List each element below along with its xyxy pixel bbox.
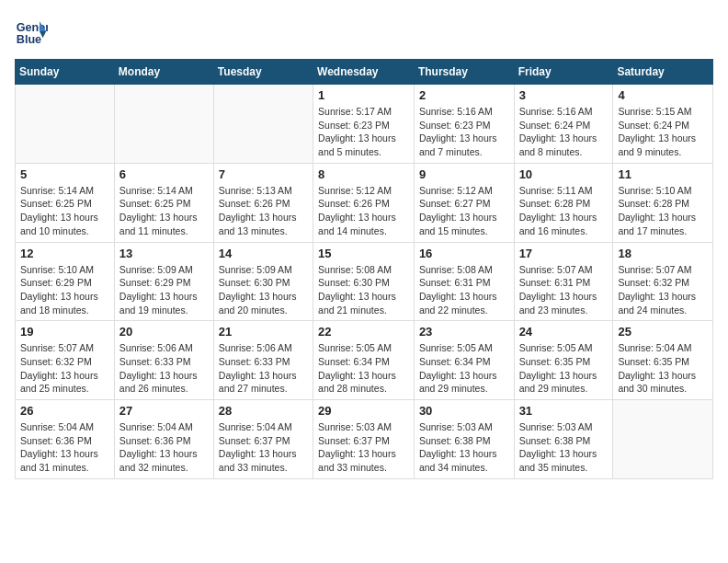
logo-icon: General Blue bbox=[15, 15, 48, 48]
day-number: 5 bbox=[20, 167, 109, 181]
day-number: 19 bbox=[20, 325, 109, 339]
day-info: Sunrise: 5:09 AM Sunset: 6:30 PM Dayligh… bbox=[219, 263, 308, 317]
day-info: Sunrise: 5:13 AM Sunset: 6:26 PM Dayligh… bbox=[219, 184, 308, 238]
day-info: Sunrise: 5:14 AM Sunset: 6:25 PM Dayligh… bbox=[20, 184, 109, 238]
day-number: 12 bbox=[20, 247, 109, 260]
day-number: 30 bbox=[419, 404, 509, 418]
day-info: Sunrise: 5:12 AM Sunset: 6:27 PM Dayligh… bbox=[419, 184, 509, 238]
calendar-cell: 3Sunrise: 5:16 AM Sunset: 6:24 PM Daylig… bbox=[514, 85, 613, 164]
day-info: Sunrise: 5:17 AM Sunset: 6:23 PM Dayligh… bbox=[318, 105, 409, 159]
calendar-cell: 28Sunrise: 5:04 AM Sunset: 6:37 PM Dayli… bbox=[213, 400, 313, 479]
calendar-cell: 10Sunrise: 5:11 AM Sunset: 6:28 PM Dayli… bbox=[514, 163, 613, 242]
day-number: 17 bbox=[519, 247, 609, 260]
day-number: 14 bbox=[219, 247, 308, 260]
day-number: 31 bbox=[519, 404, 609, 418]
logo: General Blue bbox=[15, 15, 51, 48]
day-number: 24 bbox=[519, 325, 609, 339]
calendar-week-row: 1Sunrise: 5:17 AM Sunset: 6:23 PM Daylig… bbox=[16, 85, 713, 164]
day-number: 15 bbox=[318, 247, 409, 260]
day-info: Sunrise: 5:10 AM Sunset: 6:28 PM Dayligh… bbox=[618, 184, 708, 238]
day-info: Sunrise: 5:10 AM Sunset: 6:29 PM Dayligh… bbox=[20, 263, 109, 317]
day-number: 4 bbox=[618, 88, 708, 102]
day-number: 16 bbox=[419, 247, 509, 260]
calendar-cell: 18Sunrise: 5:07 AM Sunset: 6:32 PM Dayli… bbox=[613, 242, 713, 321]
calendar-week-row: 12Sunrise: 5:10 AM Sunset: 6:29 PM Dayli… bbox=[16, 242, 713, 321]
calendar-cell: 24Sunrise: 5:05 AM Sunset: 6:35 PM Dayli… bbox=[514, 321, 613, 400]
weekday-header-saturday: Saturday bbox=[613, 60, 713, 85]
calendar-cell: 14Sunrise: 5:09 AM Sunset: 6:30 PM Dayli… bbox=[213, 242, 313, 321]
day-info: Sunrise: 5:16 AM Sunset: 6:24 PM Dayligh… bbox=[519, 105, 609, 159]
day-number: 8 bbox=[318, 167, 409, 181]
day-number: 21 bbox=[219, 325, 308, 339]
day-number: 9 bbox=[419, 167, 509, 181]
day-info: Sunrise: 5:03 AM Sunset: 6:38 PM Dayligh… bbox=[419, 420, 509, 475]
calendar-cell: 26Sunrise: 5:04 AM Sunset: 6:36 PM Dayli… bbox=[16, 400, 115, 479]
calendar-cell: 30Sunrise: 5:03 AM Sunset: 6:38 PM Dayli… bbox=[414, 400, 514, 479]
day-info: Sunrise: 5:08 AM Sunset: 6:30 PM Dayligh… bbox=[318, 263, 409, 317]
day-info: Sunrise: 5:04 AM Sunset: 6:35 PM Dayligh… bbox=[618, 341, 708, 396]
calendar-cell: 1Sunrise: 5:17 AM Sunset: 6:23 PM Daylig… bbox=[313, 85, 415, 164]
calendar-cell: 21Sunrise: 5:06 AM Sunset: 6:33 PM Dayli… bbox=[213, 321, 313, 400]
day-info: Sunrise: 5:08 AM Sunset: 6:31 PM Dayligh… bbox=[419, 263, 509, 317]
day-info: Sunrise: 5:16 AM Sunset: 6:23 PM Dayligh… bbox=[419, 105, 509, 159]
day-info: Sunrise: 5:04 AM Sunset: 6:36 PM Dayligh… bbox=[119, 420, 209, 475]
calendar-cell: 31Sunrise: 5:03 AM Sunset: 6:38 PM Dayli… bbox=[514, 400, 613, 479]
calendar-cell: 7Sunrise: 5:13 AM Sunset: 6:26 PM Daylig… bbox=[213, 163, 313, 242]
calendar-table: SundayMondayTuesdayWednesdayThursdayFrid… bbox=[15, 59, 713, 479]
day-info: Sunrise: 5:05 AM Sunset: 6:34 PM Dayligh… bbox=[419, 341, 509, 396]
weekday-header-wednesday: Wednesday bbox=[313, 60, 415, 85]
day-number: 7 bbox=[219, 167, 308, 181]
calendar-cell: 23Sunrise: 5:05 AM Sunset: 6:34 PM Dayli… bbox=[414, 321, 514, 400]
day-info: Sunrise: 5:06 AM Sunset: 6:33 PM Dayligh… bbox=[219, 341, 308, 396]
day-info: Sunrise: 5:12 AM Sunset: 6:26 PM Dayligh… bbox=[318, 184, 409, 238]
day-number: 1 bbox=[318, 88, 409, 102]
calendar-cell: 5Sunrise: 5:14 AM Sunset: 6:25 PM Daylig… bbox=[16, 163, 115, 242]
calendar-cell: 11Sunrise: 5:10 AM Sunset: 6:28 PM Dayli… bbox=[613, 163, 713, 242]
day-number: 10 bbox=[519, 167, 609, 181]
day-info: Sunrise: 5:07 AM Sunset: 6:32 PM Dayligh… bbox=[20, 341, 109, 396]
weekday-header-monday: Monday bbox=[114, 60, 213, 85]
day-info: Sunrise: 5:07 AM Sunset: 6:32 PM Dayligh… bbox=[618, 263, 708, 317]
day-info: Sunrise: 5:15 AM Sunset: 6:24 PM Dayligh… bbox=[618, 105, 708, 159]
calendar-cell bbox=[213, 85, 313, 164]
day-info: Sunrise: 5:09 AM Sunset: 6:29 PM Dayligh… bbox=[119, 263, 209, 317]
day-number: 3 bbox=[519, 88, 609, 102]
day-number: 13 bbox=[119, 247, 209, 260]
day-number: 11 bbox=[618, 167, 708, 181]
day-info: Sunrise: 5:11 AM Sunset: 6:28 PM Dayligh… bbox=[519, 184, 609, 238]
weekday-header-sunday: Sunday bbox=[16, 60, 115, 85]
day-info: Sunrise: 5:03 AM Sunset: 6:38 PM Dayligh… bbox=[519, 420, 609, 475]
calendar-cell: 25Sunrise: 5:04 AM Sunset: 6:35 PM Dayli… bbox=[613, 321, 713, 400]
day-number: 23 bbox=[419, 325, 509, 339]
calendar-cell bbox=[613, 400, 713, 479]
weekday-header-friday: Friday bbox=[514, 60, 613, 85]
day-number: 29 bbox=[318, 404, 409, 418]
calendar-cell: 6Sunrise: 5:14 AM Sunset: 6:25 PM Daylig… bbox=[114, 163, 213, 242]
day-number: 26 bbox=[20, 404, 109, 418]
weekday-header-thursday: Thursday bbox=[414, 60, 514, 85]
calendar-cell: 29Sunrise: 5:03 AM Sunset: 6:37 PM Dayli… bbox=[313, 400, 415, 479]
day-info: Sunrise: 5:14 AM Sunset: 6:25 PM Dayligh… bbox=[119, 184, 209, 238]
calendar-week-row: 19Sunrise: 5:07 AM Sunset: 6:32 PM Dayli… bbox=[16, 321, 713, 400]
day-number: 6 bbox=[119, 167, 209, 181]
day-info: Sunrise: 5:06 AM Sunset: 6:33 PM Dayligh… bbox=[119, 341, 209, 396]
day-info: Sunrise: 5:04 AM Sunset: 6:37 PM Dayligh… bbox=[219, 420, 308, 475]
calendar-cell bbox=[16, 85, 115, 164]
calendar-cell: 8Sunrise: 5:12 AM Sunset: 6:26 PM Daylig… bbox=[313, 163, 415, 242]
page-header: General Blue bbox=[15, 15, 713, 48]
calendar-cell: 2Sunrise: 5:16 AM Sunset: 6:23 PM Daylig… bbox=[414, 85, 514, 164]
weekday-header-tuesday: Tuesday bbox=[213, 60, 313, 85]
calendar-cell: 17Sunrise: 5:07 AM Sunset: 6:31 PM Dayli… bbox=[514, 242, 613, 321]
day-info: Sunrise: 5:05 AM Sunset: 6:34 PM Dayligh… bbox=[318, 341, 409, 396]
calendar-cell: 20Sunrise: 5:06 AM Sunset: 6:33 PM Dayli… bbox=[114, 321, 213, 400]
day-number: 2 bbox=[419, 88, 509, 102]
calendar-cell: 12Sunrise: 5:10 AM Sunset: 6:29 PM Dayli… bbox=[16, 242, 115, 321]
calendar-header-row: SundayMondayTuesdayWednesdayThursdayFrid… bbox=[16, 60, 713, 85]
day-info: Sunrise: 5:05 AM Sunset: 6:35 PM Dayligh… bbox=[519, 341, 609, 396]
calendar-cell: 16Sunrise: 5:08 AM Sunset: 6:31 PM Dayli… bbox=[414, 242, 514, 321]
day-number: 22 bbox=[318, 325, 409, 339]
calendar-cell: 19Sunrise: 5:07 AM Sunset: 6:32 PM Dayli… bbox=[16, 321, 115, 400]
calendar-cell: 22Sunrise: 5:05 AM Sunset: 6:34 PM Dayli… bbox=[313, 321, 415, 400]
calendar-cell bbox=[114, 85, 213, 164]
day-number: 27 bbox=[119, 404, 209, 418]
